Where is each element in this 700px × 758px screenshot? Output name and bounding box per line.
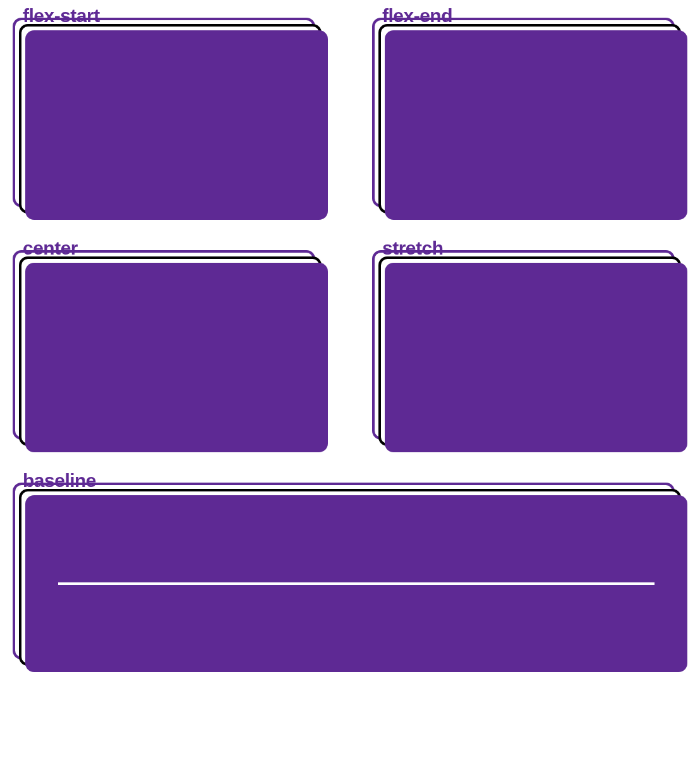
stack-baseline	[13, 483, 687, 672]
align-items-diagram: flex-start flex-end center stretch	[13, 6, 687, 672]
panel-flex-end: flex-end	[372, 6, 687, 220]
stack-flex-start	[13, 18, 328, 220]
baseline-line	[58, 582, 654, 585]
panel-center: center	[13, 239, 328, 452]
front-layer	[25, 495, 687, 672]
panel-flex-start: flex-start	[13, 6, 328, 220]
panel-baseline: baseline	[13, 471, 687, 672]
stack-stretch	[372, 250, 687, 452]
front-layer	[25, 263, 328, 452]
label-center: center	[23, 239, 328, 258]
label-flex-start: flex-start	[23, 6, 328, 25]
stack-center	[13, 250, 328, 452]
front-layer	[385, 263, 687, 452]
front-layer	[25, 30, 328, 220]
label-baseline: baseline	[23, 471, 687, 490]
front-layer	[385, 30, 687, 220]
label-flex-end: flex-end	[382, 6, 687, 25]
label-stretch: stretch	[382, 239, 687, 258]
panel-stretch: stretch	[372, 239, 687, 452]
stack-flex-end	[372, 18, 687, 220]
